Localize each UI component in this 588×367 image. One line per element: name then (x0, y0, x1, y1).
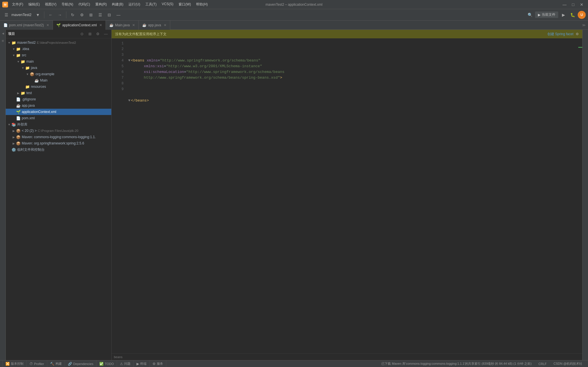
tree-item[interactable]: 📁resources (6, 84, 111, 90)
status-item-版本控制[interactable]: 🔀版本控制 (2, 360, 27, 367)
window-controls[interactable]: — □ ✕ (561, 1, 586, 8)
project-dropdown-icon[interactable]: ▼ (34, 11, 42, 19)
menu-item[interactable]: 重构(R) (93, 1, 109, 7)
menu-item[interactable]: 编辑(E) (26, 1, 42, 7)
tree-arrow-icon[interactable]: ▼ (25, 73, 30, 76)
user-avatar[interactable]: U (578, 11, 586, 19)
tree-item-label: mavenTest2 (17, 41, 36, 45)
status-label: 构建 (56, 362, 62, 366)
tab-close-icon[interactable]: ✕ (46, 23, 49, 27)
sidebar-toggle-icon[interactable]: ☰ (2, 11, 10, 19)
tab-close-icon[interactable]: ✕ (99, 23, 102, 27)
sidebar-settings-btn[interactable]: ⚙ (95, 31, 101, 37)
tree-item[interactable]: 📄pom.xml (6, 115, 111, 121)
sync-icon[interactable]: ↻ (69, 11, 77, 19)
status-item-构建[interactable]: 🔨构建 (47, 360, 65, 367)
tree-arrow-icon[interactable]: ▼ (11, 47, 16, 51)
tree-item[interactable]: ▼📦org.example (6, 71, 111, 77)
tree-item-label: Maven: org.springframework:spring:2.5.6 (22, 141, 84, 145)
status-item-TODO[interactable]: ✅TODO (96, 360, 117, 367)
hide-icon[interactable]: — (114, 11, 122, 19)
tree-item[interactable]: ▶📁test (6, 90, 111, 96)
status-item-Profiler[interactable]: ⏱Profiler (27, 360, 47, 367)
status-item-问题[interactable]: ⚠问题 (117, 360, 134, 367)
tree-arrow-icon[interactable]: ▼ (21, 66, 25, 70)
settings-icon[interactable]: ⚙ (78, 11, 86, 19)
status-label: 服务 (157, 362, 163, 366)
minimize-button[interactable]: — (561, 1, 569, 8)
maximize-button[interactable]: □ (569, 1, 577, 8)
tree-item[interactable]: ☕Main (6, 77, 111, 84)
tree-item[interactable]: ▶📦< 20 (2) >C:\Program Files\Java\jdk-20 (6, 128, 111, 134)
spring-facet-link[interactable]: 创建 Spring facet (547, 32, 573, 37)
navigate-forward-icon[interactable]: → (56, 11, 64, 19)
tree-arrow-icon[interactable]: ▼ (11, 54, 16, 57)
tree-arrow-icon[interactable]: ▶ (11, 129, 16, 132)
tree-arrow-icon[interactable]: ▼ (7, 41, 11, 44)
menu-item[interactable]: 窗口(W) (176, 1, 193, 7)
code-line (128, 92, 578, 98)
tree-arrow-icon[interactable]: ▼ (16, 60, 21, 63)
tree-arrow-icon[interactable]: ▶ (11, 136, 16, 139)
notification-gear-icon[interactable]: ⚙ (576, 32, 579, 36)
tab-application-context[interactable]: 🌱 applicationContext.xml ✕ (53, 21, 106, 30)
tree-item[interactable]: 🌱applicationContext.xml (6, 109, 111, 115)
menu-item[interactable]: 构建(B) (110, 1, 126, 7)
tab-close-icon[interactable]: ✕ (164, 23, 167, 27)
encoding-info[interactable]: CSDN @机码技术社 (550, 360, 586, 367)
menu-item[interactable]: 文件(F) (10, 1, 25, 7)
tree-item[interactable]: 📄.gitignore (6, 96, 111, 102)
layout-icon[interactable]: ⊞ (87, 11, 95, 19)
tree-item[interactable]: ⚙️临时文件和控制台 (6, 146, 111, 153)
filter-icon[interactable]: ☰ (96, 11, 104, 19)
tree-item[interactable]: ☕app.java (6, 102, 111, 109)
status-item-终端[interactable]: ▶终端 (134, 360, 150, 367)
project-sidebar: 项目 ⊙ ⊞ ⚙ — ▼📁mavenTest2E:\IdeaProjects\m… (6, 30, 112, 360)
crlf-indicator[interactable]: CRLF (535, 360, 550, 367)
menu-item[interactable]: 导航(N) (59, 1, 76, 7)
tree-item[interactable]: ▼📚外部库 (6, 121, 111, 128)
tab-overflow-button[interactable]: ≫ (580, 23, 588, 27)
tree-item[interactable]: ▼📁.idea (6, 46, 111, 52)
tab-pom-xml[interactable]: 📄 pom.xml (mavenTest2) ✕ (0, 21, 53, 30)
collapse-icon[interactable]: ⊟ (105, 11, 113, 19)
tab-close-icon[interactable]: ✕ (132, 23, 135, 27)
run-button[interactable]: ▶ (559, 11, 567, 19)
tree-item-label: 外部库 (17, 122, 27, 127)
code-content[interactable]: ▼<beans xmlns="http://www.springframewor… (126, 38, 578, 353)
tree-item-label: java (31, 66, 37, 70)
menu-item[interactable]: 代码(C) (76, 1, 92, 7)
tab-app-java[interactable]: ☕ app.java ✕ (139, 21, 170, 30)
tree-item[interactable]: ▼📁src (6, 52, 111, 58)
tree-arrow-icon[interactable]: ▶ (11, 142, 16, 145)
menu-item[interactable]: 帮助(H) (194, 1, 210, 7)
menu-item[interactable]: VCS(S) (159, 1, 176, 7)
tab-main-java[interactable]: ☕ Main.java ✕ (106, 21, 139, 30)
sidebar-scope-btn[interactable]: ⊙ (79, 31, 85, 37)
left-icon-1[interactable]: ◀ (0, 31, 5, 36)
tree-item[interactable]: ▶📦Maven: org.springframework:spring:2.5.… (6, 140, 111, 146)
menu-item[interactable]: 工具(T) (143, 1, 159, 7)
close-button[interactable]: ✕ (578, 1, 586, 8)
left-icon-2[interactable]: ⊞ (0, 38, 5, 43)
sidebar-hide-btn[interactable]: — (103, 31, 109, 37)
menu-item[interactable]: 运行(U) (126, 1, 142, 7)
tree-item[interactable]: ▶📦Maven: commons-logging:commons-logging… (6, 134, 111, 140)
current-file-button[interactable]: ▶ 当前文件 (535, 11, 558, 18)
status-item-Dependencies[interactable]: 🔗Dependencies (65, 360, 96, 367)
sidebar-layout-btn[interactable]: ⊞ (87, 31, 93, 37)
tree-arrow-icon[interactable]: ▶ (16, 92, 21, 95)
left-sidebar: ◀ ⊞ (0, 30, 6, 360)
tree-item[interactable]: ▼📁main (6, 58, 111, 65)
status-item-服务[interactable]: ⚙服务 (150, 360, 166, 367)
status-icon: 🔀 (5, 362, 10, 366)
tree-item[interactable]: ▼📁java (6, 65, 111, 71)
debug-button[interactable]: 🐛 (569, 11, 577, 19)
navigate-back-icon[interactable]: ← (47, 11, 55, 19)
tree-arrow-icon[interactable]: ▼ (7, 123, 11, 126)
menu-item[interactable]: 视图(V) (43, 1, 59, 7)
code-editor: 123456789 ▼<beans xmlns="http://www.spri… (112, 38, 582, 353)
search-everywhere-icon[interactable]: 🔍 (526, 11, 534, 19)
status-icon: ⚠ (120, 362, 123, 366)
tree-item[interactable]: ▼📁mavenTest2E:\IdeaProjects\mavenTest2 (6, 39, 111, 46)
